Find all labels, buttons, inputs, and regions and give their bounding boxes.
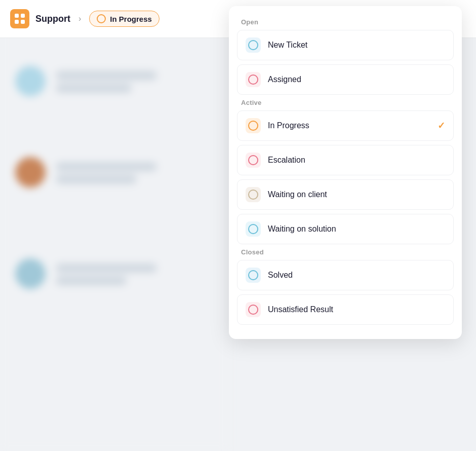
bg-avatar-2 — [15, 157, 46, 187]
item-label-waiting-on-solution: Waiting on solution — [268, 224, 445, 234]
bg-avatar-1 — [15, 66, 46, 96]
background-content — [0, 0, 228, 451]
app-title: Support — [35, 14, 70, 24]
menu-item-waiting-on-solution[interactable]: Waiting on solution — [237, 214, 454, 244]
bg-line — [56, 175, 137, 184]
item-label-waiting-on-client: Waiting on client — [268, 190, 445, 199]
bg-line — [56, 84, 132, 93]
menu-item-assigned[interactable]: Assigned — [237, 64, 454, 95]
menu-item-escalation[interactable]: Escalation — [237, 145, 454, 175]
item-icon-new-ticket — [246, 37, 261, 53]
status-chip-icon — [97, 14, 106, 23]
item-icon-waiting-on-solution — [246, 221, 261, 237]
menu-item-in-progress[interactable]: In Progress✓ — [237, 110, 454, 141]
menu-item-solved[interactable]: Solved — [237, 260, 454, 290]
section-group-open: OpenNew TicketAssigned — [237, 18, 454, 95]
item-label-solved: Solved — [268, 271, 445, 280]
item-icon-inner-waiting-on-solution — [248, 224, 258, 234]
section-label-active: Active — [237, 99, 454, 106]
section-group-closed: ClosedSolvedUnsatisfied Result — [237, 248, 454, 325]
menu-item-new-ticket[interactable]: New Ticket — [237, 30, 454, 60]
item-label-escalation: Escalation — [268, 156, 445, 165]
bg-line — [56, 71, 157, 80]
status-dropdown: OpenNew TicketAssignedActiveIn Progress✓… — [229, 6, 462, 339]
item-label-in-progress: In Progress — [268, 121, 430, 130]
item-icon-unsatisfied-result — [246, 302, 261, 317]
section-label-open: Open — [237, 18, 454, 26]
bg-line — [56, 264, 157, 273]
bg-avatar-3 — [15, 258, 46, 289]
bg-line — [56, 162, 157, 171]
item-icon-assigned — [246, 72, 261, 87]
item-label-new-ticket: New Ticket — [268, 41, 445, 50]
item-icon-inner-new-ticket — [248, 40, 258, 50]
item-icon-in-progress — [246, 118, 261, 133]
item-label-assigned: Assigned — [268, 75, 445, 84]
item-icon-inner-solved — [248, 270, 258, 280]
bg-line — [56, 276, 127, 285]
status-chip-label: In Progress — [110, 15, 152, 23]
item-icon-inner-unsatisfied-result — [248, 305, 258, 315]
section-group-active: ActiveIn Progress✓EscalationWaiting on c… — [237, 99, 454, 244]
item-icon-inner-assigned — [248, 74, 258, 85]
section-label-closed: Closed — [237, 248, 454, 256]
item-icon-inner-escalation — [248, 155, 258, 165]
breadcrumb-separator: › — [78, 14, 81, 23]
svg-rect-0 — [15, 14, 19, 18]
menu-item-unsatisfied-result[interactable]: Unsatisfied Result — [237, 294, 454, 325]
check-icon-in-progress: ✓ — [438, 120, 445, 131]
menu-item-waiting-on-client[interactable]: Waiting on client — [237, 179, 454, 210]
item-icon-waiting-on-client — [246, 187, 261, 202]
app-icon[interactable] — [10, 9, 29, 28]
item-icon-solved — [246, 268, 261, 283]
svg-rect-3 — [21, 20, 25, 24]
svg-rect-1 — [21, 14, 25, 18]
current-status-chip[interactable]: In Progress — [89, 11, 160, 27]
svg-rect-2 — [15, 20, 19, 24]
item-label-unsatisfied-result: Unsatisfied Result — [268, 305, 445, 314]
item-icon-inner-waiting-on-client — [248, 190, 258, 200]
item-icon-escalation — [246, 153, 261, 168]
item-icon-inner-in-progress — [248, 121, 258, 131]
